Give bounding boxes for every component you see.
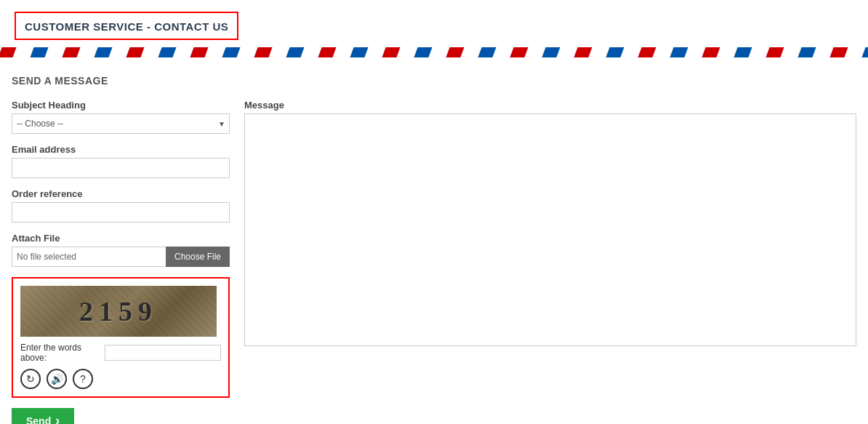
captcha-help-button[interactable]: ? [73,369,93,389]
help-icon: ? [80,373,86,385]
attach-label: Attach File [12,233,230,244]
email-group: Email address [12,144,230,178]
page-title: CUSTOMER SERVICE - CONTACT US [25,20,228,33]
email-input[interactable] [12,158,230,178]
choose-file-button[interactable]: Choose File [166,247,230,267]
subject-label: Subject Heading [12,100,230,111]
section-title: SEND A MESSAGE [12,75,856,87]
message-label: Message [244,100,856,111]
order-label: Order reference [12,188,230,199]
form-right: Message [244,100,856,424]
file-input-group: No file selected Choose File [12,247,230,267]
message-textarea[interactable] [244,113,856,346]
captcha-box: 2159 Enter the words above: ↻ 🔊 [12,277,230,398]
form-layout: Subject Heading -- Choose -- General Enq… [12,100,856,424]
form-left: Subject Heading -- Choose -- General Enq… [12,100,230,424]
captcha-number: 2159 [79,295,158,327]
order-group: Order reference [12,188,230,223]
order-input[interactable] [12,202,230,223]
subject-select-wrapper: -- Choose -- General Enquiry Order Issue… [12,113,230,134]
captcha-words-label: Enter the words above: [20,343,100,363]
airmail-stripe [0,44,868,60]
captcha-icons-row: ↻ 🔊 ? [20,369,221,389]
main-content: SEND A MESSAGE Subject Heading -- Choose… [0,60,868,424]
subject-select[interactable]: -- Choose -- General Enquiry Order Issue… [12,113,230,134]
captcha-image-inner: 2159 [20,286,217,337]
subject-group: Subject Heading -- Choose -- General Enq… [12,100,230,134]
email-label: Email address [12,144,230,155]
send-label: Send [26,415,51,424]
attach-group: Attach File No file selected Choose File [12,233,230,267]
send-arrow-icon: › [55,413,60,424]
send-button[interactable]: Send › [12,408,74,424]
refresh-icon: ↻ [26,373,35,385]
captcha-image: 2159 [20,286,217,337]
captcha-audio-button[interactable]: 🔊 [47,369,67,389]
no-file-text: No file selected [12,247,166,267]
captcha-words-row: Enter the words above: [20,343,221,363]
page-header: CUSTOMER SERVICE - CONTACT US [15,12,238,40]
captcha-refresh-button[interactable]: ↻ [20,369,41,389]
audio-icon: 🔊 [51,373,63,385]
captcha-input[interactable] [105,345,221,361]
